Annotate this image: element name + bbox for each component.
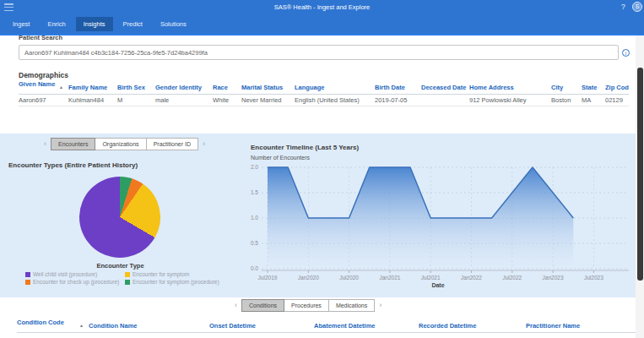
top-bar: SAS® Health - Ingest and Explore ? S bbox=[0, 0, 644, 14]
x-tick-label: Jul2023 bbox=[584, 275, 603, 281]
legend-label: Encounter for symptom (procedure) bbox=[133, 279, 219, 285]
nav-tabs: IngestEnrichInsightsPredictSolutions bbox=[5, 14, 194, 34]
encounter-timeline-area-chart: 2.01.51.00.50.0Jul2019Jan2020Jul2020Jan2… bbox=[243, 164, 633, 282]
column-header-family-name[interactable]: Family Name bbox=[68, 80, 117, 95]
demographics-table: Given Name▲Family NameBirth SexGender Id… bbox=[19, 80, 629, 106]
app-window: SAS® Health - Ingest and Explore ? S Ing… bbox=[0, 0, 644, 338]
legend-item-encounter-for-check-up-procedure: Encounter for check up (procedure) bbox=[25, 279, 125, 285]
column-header-zip-code[interactable]: Zip Code bbox=[605, 80, 629, 95]
legend-swatch-icon bbox=[25, 280, 30, 285]
column-header-state[interactable]: State bbox=[582, 80, 605, 95]
tab-practitioner-id[interactable]: Practitioner ID bbox=[146, 138, 198, 150]
info-icon[interactable]: i bbox=[622, 49, 630, 57]
column-header-given-name[interactable]: Given Name▲ bbox=[19, 80, 68, 95]
nav-tab-ingest[interactable]: Ingest bbox=[5, 17, 37, 31]
tabs-scroll-right-icon[interactable]: › bbox=[375, 299, 386, 312]
cell-birth-date: 2019-07-05 bbox=[375, 95, 421, 106]
conditions-table-inner: Condition Code▲Condition NameOnset Datet… bbox=[17, 319, 636, 333]
nav-bar: IngestEnrichInsightsPredictSolutions bbox=[0, 14, 644, 34]
cell-city: Boston bbox=[551, 95, 582, 106]
tabs-scroll-right-icon[interactable]: › bbox=[198, 138, 209, 150]
encounter-tab-strip: ‹EncountersOrganizationsPractitioner ID› bbox=[40, 138, 209, 150]
patient-search-label: Patient Search bbox=[19, 35, 62, 41]
tabs-scroll-left-icon[interactable]: ‹ bbox=[230, 299, 241, 312]
cell-state: MA bbox=[582, 95, 605, 106]
column-header-onset-datetime[interactable]: Onset Datetime bbox=[209, 319, 314, 333]
column-header-language[interactable]: Language bbox=[295, 80, 375, 95]
pie-legend-title: Encounter Type bbox=[0, 262, 241, 270]
scrollbar-thumb[interactable] bbox=[637, 68, 643, 281]
patient-search-label-wrap: Patient Search bbox=[19, 35, 62, 42]
tab-encounters[interactable]: Encounters bbox=[51, 138, 95, 150]
legend-label: Encounter for symptom bbox=[133, 271, 189, 277]
sort-ascending-icon: ▲ bbox=[79, 319, 84, 332]
tab-medications[interactable]: Medications bbox=[328, 299, 375, 312]
column-header-marital-status[interactable]: Marital Status bbox=[241, 80, 295, 95]
legend-item-encounter-for-symptom: Encounter for symptom bbox=[125, 271, 219, 277]
pie-legend: Well child visit (procedure)Encounter fo… bbox=[25, 271, 219, 285]
help-icon[interactable]: ? bbox=[621, 3, 625, 11]
legend-label: Well child visit (procedure) bbox=[33, 271, 97, 277]
table-head: Given Name▲Family NameBirth SexGender Id… bbox=[19, 80, 629, 95]
cell-race: White bbox=[213, 95, 241, 106]
cell-home-address: 912 Powlowski Alley bbox=[469, 95, 551, 106]
timeline-chart-title: Encounter Timeline (Last 5 Years) bbox=[251, 144, 359, 151]
column-header-deceased-date[interactable]: Deceased Date bbox=[421, 80, 469, 95]
column-header-home-address[interactable]: Home Address bbox=[469, 80, 551, 95]
y-tick-label: 1.5 bbox=[251, 189, 258, 195]
tab-procedures[interactable]: Procedures bbox=[284, 299, 329, 312]
table-row[interactable]: Aaron697Kuhlman484MmaleWhiteNever Marrie… bbox=[19, 95, 629, 106]
y-tick-label: 0.5 bbox=[251, 240, 258, 246]
x-tick-label: Jul2020 bbox=[339, 275, 359, 281]
column-header-gender-identity[interactable]: Gender Identity bbox=[155, 80, 213, 95]
nav-tab-predict[interactable]: Predict bbox=[116, 17, 150, 31]
header-row: Condition Code▲Condition NameOnset Datet… bbox=[17, 319, 636, 333]
cell-deceased-date bbox=[421, 95, 469, 106]
legend-swatch-icon bbox=[125, 280, 130, 285]
conditions-table: Condition Code▲Condition NameOnset Datet… bbox=[17, 319, 636, 333]
detail-tab-strip: ‹ConditionsProceduresMedications› bbox=[230, 299, 386, 312]
charts-panel: ‹EncountersOrganizationsPractitioner ID›… bbox=[0, 134, 636, 297]
legend-item-encounter-for-symptom-procedure: Encounter for symptom (procedure) bbox=[125, 279, 219, 285]
legend-swatch-icon bbox=[125, 272, 130, 277]
table-body: Aaron697Kuhlman484MmaleWhiteNever Marrie… bbox=[19, 95, 629, 106]
tabs-scroll-left-icon[interactable]: ‹ bbox=[40, 138, 51, 150]
column-header-recorded-datetime[interactable]: Recorded Datetime bbox=[419, 319, 526, 333]
column-header-condition-name[interactable]: Condition Name bbox=[89, 319, 209, 333]
timeline-y-axis-label: Number of Encounters bbox=[251, 155, 310, 161]
x-tick-label: Jan2023 bbox=[543, 275, 564, 281]
column-header-practitioner-name[interactable]: Practitioner Name bbox=[526, 319, 636, 333]
column-header-city[interactable]: City bbox=[551, 80, 582, 95]
cell-language: English (United States) bbox=[295, 95, 375, 106]
x-tick-label: Jan2021 bbox=[379, 275, 400, 281]
nav-tab-insights[interactable]: Insights bbox=[76, 17, 113, 31]
cell-family-name: Kuhlman484 bbox=[68, 95, 117, 106]
nav-tab-solutions[interactable]: Solutions bbox=[153, 17, 194, 31]
y-tick-label: 0.0 bbox=[251, 265, 258, 271]
x-tick-label: Jan2022 bbox=[461, 275, 482, 281]
tab-organizations[interactable]: Organizations bbox=[95, 138, 146, 150]
column-header-condition-code[interactable]: Condition Code▲ bbox=[17, 319, 89, 333]
x-tick-label: Jan2020 bbox=[298, 275, 319, 281]
table-head: Condition Code▲Condition NameOnset Datet… bbox=[17, 319, 636, 333]
cell-zip-code: 02129 bbox=[605, 95, 629, 106]
tab-conditions[interactable]: Conditions bbox=[241, 299, 284, 312]
nav-underline bbox=[0, 34, 644, 35]
column-header-race[interactable]: Race bbox=[213, 80, 241, 95]
pie-chart-title: Encounter Types (Entire Patient History) bbox=[8, 161, 138, 169]
column-header-abatement-datetime[interactable]: Abatement Datetime bbox=[314, 319, 419, 333]
y-tick-label: 1.0 bbox=[251, 215, 258, 221]
sort-ascending-icon: ▲ bbox=[59, 80, 63, 94]
column-header-birth-sex[interactable]: Birth Sex bbox=[117, 80, 155, 95]
patient-search-input[interactable] bbox=[19, 45, 619, 60]
x-tick-label: Jul2019 bbox=[258, 275, 278, 281]
encounter-types-pie-chart bbox=[79, 177, 160, 258]
legend-swatch-icon bbox=[25, 272, 30, 277]
nav-tab-enrich[interactable]: Enrich bbox=[40, 17, 73, 31]
demographics-title: Demographics bbox=[19, 71, 68, 79]
legend-item-well-child-visit-procedure: Well child visit (procedure) bbox=[25, 271, 125, 277]
app-title: SAS® Health - Ingest and Explore bbox=[0, 3, 644, 11]
x-tick-label: Jul2021 bbox=[421, 275, 441, 281]
user-avatar[interactable]: S bbox=[632, 2, 642, 12]
column-header-birth-date[interactable]: Birth Date bbox=[375, 80, 421, 95]
